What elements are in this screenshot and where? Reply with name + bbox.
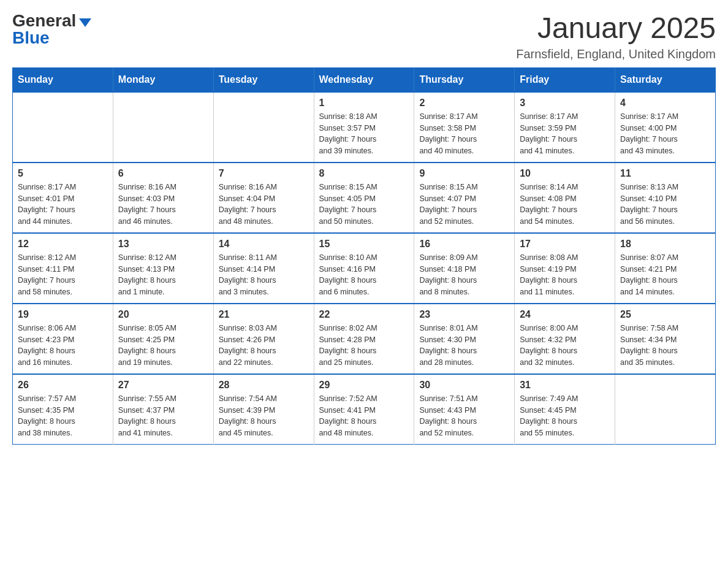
logo-triangle-icon <box>79 18 91 27</box>
week-row-3: 19Sunrise: 8:06 AM Sunset: 4:23 PM Dayli… <box>13 304 716 374</box>
day-number: 2 <box>419 98 509 109</box>
logo-blue-text: Blue <box>12 29 50 47</box>
day-info: Sunrise: 8:05 AM Sunset: 4:25 PM Dayligh… <box>118 323 208 369</box>
day-info: Sunrise: 8:16 AM Sunset: 4:04 PM Dayligh… <box>219 182 309 228</box>
header-day-tuesday: Tuesday <box>213 67 314 92</box>
day-number: 22 <box>319 309 409 320</box>
calendar-cell <box>113 92 213 163</box>
calendar-cell: 28Sunrise: 7:54 AM Sunset: 4:39 PM Dayli… <box>213 374 314 445</box>
calendar-cell: 11Sunrise: 8:13 AM Sunset: 4:10 PM Dayli… <box>615 163 716 233</box>
calendar-cell: 10Sunrise: 8:14 AM Sunset: 4:08 PM Dayli… <box>515 163 615 233</box>
calendar-cell: 2Sunrise: 8:17 AM Sunset: 3:58 PM Daylig… <box>414 92 515 163</box>
day-number: 7 <box>219 168 309 179</box>
calendar-cell: 24Sunrise: 8:00 AM Sunset: 4:32 PM Dayli… <box>515 304 615 374</box>
day-number: 30 <box>419 380 509 391</box>
calendar-cell: 9Sunrise: 8:15 AM Sunset: 4:07 PM Daylig… <box>414 163 515 233</box>
calendar-cell <box>13 92 113 163</box>
calendar-cell: 25Sunrise: 7:58 AM Sunset: 4:34 PM Dayli… <box>615 304 716 374</box>
day-number: 25 <box>620 309 710 320</box>
day-number: 31 <box>520 380 610 391</box>
header-day-saturday: Saturday <box>615 67 716 92</box>
day-info: Sunrise: 7:55 AM Sunset: 4:37 PM Dayligh… <box>118 393 208 439</box>
calendar-cell: 29Sunrise: 7:52 AM Sunset: 4:41 PM Dayli… <box>314 374 414 445</box>
header-day-wednesday: Wednesday <box>314 67 414 92</box>
day-number: 29 <box>319 380 409 391</box>
day-info: Sunrise: 8:02 AM Sunset: 4:28 PM Dayligh… <box>319 323 409 369</box>
header-day-friday: Friday <box>515 67 615 92</box>
day-info: Sunrise: 8:00 AM Sunset: 4:32 PM Dayligh… <box>520 323 610 369</box>
calendar-table: SundayMondayTuesdayWednesdayThursdayFrid… <box>12 67 716 445</box>
week-row-1: 5Sunrise: 8:17 AM Sunset: 4:01 PM Daylig… <box>13 163 716 233</box>
day-number: 9 <box>419 168 509 179</box>
day-info: Sunrise: 8:09 AM Sunset: 4:18 PM Dayligh… <box>419 252 509 298</box>
day-number: 20 <box>118 309 208 320</box>
day-number: 17 <box>520 239 610 250</box>
week-row-4: 26Sunrise: 7:57 AM Sunset: 4:35 PM Dayli… <box>13 374 716 445</box>
day-number: 18 <box>620 239 710 250</box>
logo: General Blue <box>12 12 91 47</box>
day-number: 14 <box>219 239 309 250</box>
day-number: 12 <box>18 239 108 250</box>
calendar-cell: 22Sunrise: 8:02 AM Sunset: 4:28 PM Dayli… <box>314 304 414 374</box>
day-info: Sunrise: 8:10 AM Sunset: 4:16 PM Dayligh… <box>319 252 409 298</box>
header-day-monday: Monday <box>113 67 213 92</box>
calendar-cell: 27Sunrise: 7:55 AM Sunset: 4:37 PM Dayli… <box>113 374 213 445</box>
calendar-cell: 7Sunrise: 8:16 AM Sunset: 4:04 PM Daylig… <box>213 163 314 233</box>
day-number: 10 <box>520 168 610 179</box>
day-info: Sunrise: 7:51 AM Sunset: 4:43 PM Dayligh… <box>419 393 509 439</box>
day-info: Sunrise: 8:12 AM Sunset: 4:11 PM Dayligh… <box>18 252 108 298</box>
day-info: Sunrise: 8:11 AM Sunset: 4:14 PM Dayligh… <box>219 252 309 298</box>
week-row-0: 1Sunrise: 8:18 AM Sunset: 3:57 PM Daylig… <box>13 92 716 163</box>
day-number: 1 <box>319 98 409 109</box>
location-text: Farnsfield, England, United Kingdom <box>516 47 716 61</box>
calendar-cell: 21Sunrise: 8:03 AM Sunset: 4:26 PM Dayli… <box>213 304 314 374</box>
header-day-thursday: Thursday <box>414 67 515 92</box>
day-info: Sunrise: 7:57 AM Sunset: 4:35 PM Dayligh… <box>18 393 108 439</box>
calendar-cell: 4Sunrise: 8:17 AM Sunset: 4:00 PM Daylig… <box>615 92 716 163</box>
day-number: 11 <box>620 168 710 179</box>
day-info: Sunrise: 8:17 AM Sunset: 4:01 PM Dayligh… <box>18 182 108 228</box>
day-number: 27 <box>118 380 208 391</box>
day-info: Sunrise: 7:52 AM Sunset: 4:41 PM Dayligh… <box>319 393 409 439</box>
day-info: Sunrise: 8:03 AM Sunset: 4:26 PM Dayligh… <box>219 323 309 369</box>
calendar-header: SundayMondayTuesdayWednesdayThursdayFrid… <box>13 67 716 92</box>
day-info: Sunrise: 7:58 AM Sunset: 4:34 PM Dayligh… <box>620 323 710 369</box>
day-info: Sunrise: 8:15 AM Sunset: 4:07 PM Dayligh… <box>419 182 509 228</box>
logo-general-text: General <box>12 12 76 29</box>
day-info: Sunrise: 8:12 AM Sunset: 4:13 PM Dayligh… <box>118 252 208 298</box>
day-number: 4 <box>620 98 710 109</box>
calendar-cell: 15Sunrise: 8:10 AM Sunset: 4:16 PM Dayli… <box>314 233 414 304</box>
day-number: 15 <box>319 239 409 250</box>
day-info: Sunrise: 8:16 AM Sunset: 4:03 PM Dayligh… <box>118 182 208 228</box>
calendar-cell <box>615 374 716 445</box>
day-info: Sunrise: 7:49 AM Sunset: 4:45 PM Dayligh… <box>520 393 610 439</box>
calendar-cell: 1Sunrise: 8:18 AM Sunset: 3:57 PM Daylig… <box>314 92 414 163</box>
calendar-cell: 12Sunrise: 8:12 AM Sunset: 4:11 PM Dayli… <box>13 233 113 304</box>
day-info: Sunrise: 7:54 AM Sunset: 4:39 PM Dayligh… <box>219 393 309 439</box>
calendar-cell <box>213 92 314 163</box>
month-title: January 2025 <box>516 12 716 45</box>
day-info: Sunrise: 8:18 AM Sunset: 3:57 PM Dayligh… <box>319 111 409 157</box>
day-number: 6 <box>118 168 208 179</box>
day-info: Sunrise: 8:17 AM Sunset: 3:59 PM Dayligh… <box>520 111 610 157</box>
day-number: 3 <box>520 98 610 109</box>
day-number: 13 <box>118 239 208 250</box>
day-info: Sunrise: 8:14 AM Sunset: 4:08 PM Dayligh… <box>520 182 610 228</box>
day-number: 8 <box>319 168 409 179</box>
calendar-body: 1Sunrise: 8:18 AM Sunset: 3:57 PM Daylig… <box>13 92 716 445</box>
day-number: 16 <box>419 239 509 250</box>
day-number: 5 <box>18 168 108 179</box>
week-row-2: 12Sunrise: 8:12 AM Sunset: 4:11 PM Dayli… <box>13 233 716 304</box>
day-info: Sunrise: 8:17 AM Sunset: 4:00 PM Dayligh… <box>620 111 710 157</box>
calendar-cell: 13Sunrise: 8:12 AM Sunset: 4:13 PM Dayli… <box>113 233 213 304</box>
calendar-cell: 26Sunrise: 7:57 AM Sunset: 4:35 PM Dayli… <box>13 374 113 445</box>
day-info: Sunrise: 8:17 AM Sunset: 3:58 PM Dayligh… <box>419 111 509 157</box>
title-section: January 2025 Farnsfield, England, United… <box>516 12 716 61</box>
day-number: 26 <box>18 380 108 391</box>
header-day-sunday: Sunday <box>13 67 113 92</box>
calendar-cell: 8Sunrise: 8:15 AM Sunset: 4:05 PM Daylig… <box>314 163 414 233</box>
calendar-cell: 18Sunrise: 8:07 AM Sunset: 4:21 PM Dayli… <box>615 233 716 304</box>
calendar-cell: 19Sunrise: 8:06 AM Sunset: 4:23 PM Dayli… <box>13 304 113 374</box>
day-number: 21 <box>219 309 309 320</box>
day-info: Sunrise: 8:01 AM Sunset: 4:30 PM Dayligh… <box>419 323 509 369</box>
